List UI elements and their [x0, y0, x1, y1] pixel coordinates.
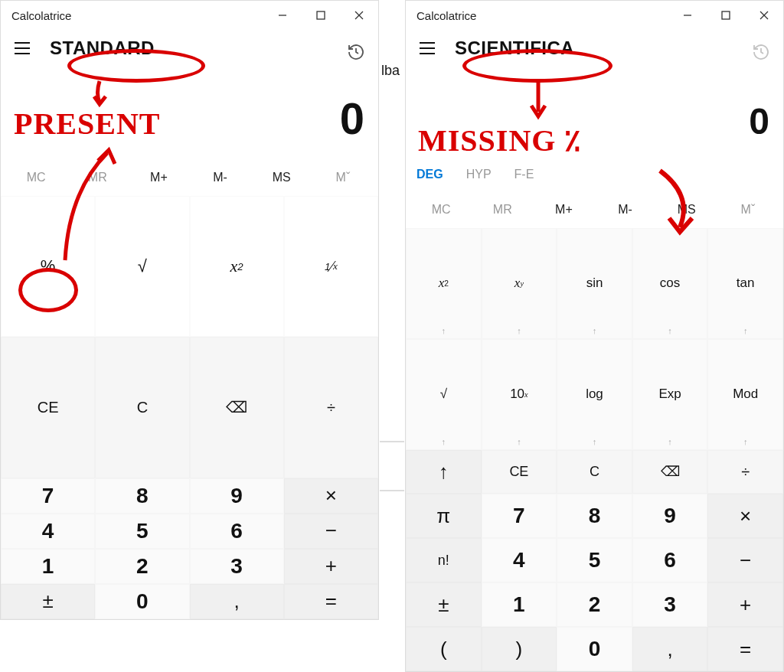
tenx-button[interactable]: 10x↑: [482, 339, 557, 450]
backspace-button[interactable]: ⌫: [632, 450, 708, 494]
maximize-button[interactable]: [707, 1, 745, 30]
digit-2[interactable]: 2: [95, 549, 189, 584]
digit-4[interactable]: 4: [1, 514, 95, 549]
xy-button[interactable]: xy↑: [482, 228, 557, 339]
window-title: Calcolatrice: [11, 9, 71, 22]
equals-button[interactable]: =: [284, 584, 378, 619]
menu-icon[interactable]: [416, 38, 438, 59]
maximize-button[interactable]: [302, 1, 340, 30]
mem-mlist[interactable]: Mˇ: [717, 203, 779, 217]
minus-button[interactable]: −: [284, 514, 378, 549]
deg-mode[interactable]: DEG: [416, 168, 443, 181]
backspace-button[interactable]: ⌫: [190, 337, 284, 478]
pi-button[interactable]: π: [406, 494, 482, 538]
plus-button[interactable]: +: [707, 582, 783, 627]
mem-ms[interactable]: MS: [251, 171, 312, 184]
x2-button[interactable]: x2↑: [406, 228, 482, 339]
c-button[interactable]: C: [95, 337, 189, 478]
equals-button[interactable]: =: [707, 627, 783, 671]
digit-1[interactable]: 1: [1, 549, 95, 584]
mem-mc[interactable]: MC: [5, 171, 67, 184]
func-row: % √ x2 1∕x: [1, 196, 378, 337]
rparen-button[interactable]: ): [482, 627, 557, 671]
sci-func-grid: x2↑ xy↑ sin↑ cos↑ tan↑ √↑ 10x↑ log↑ Exp↑…: [406, 228, 783, 450]
sqrt-button[interactable]: √: [95, 196, 189, 337]
mem-mplus[interactable]: M+: [128, 171, 189, 184]
mod-button[interactable]: Mod↑: [707, 339, 783, 450]
lparen-button[interactable]: (: [406, 627, 482, 671]
square-button[interactable]: x2: [190, 196, 284, 337]
shift-button[interactable]: ↑: [406, 450, 482, 494]
c-button[interactable]: C: [557, 450, 632, 494]
decimal-button[interactable]: ,: [190, 584, 284, 619]
percent-button[interactable]: %: [1, 196, 95, 337]
mem-mr[interactable]: MR: [472, 203, 533, 217]
display-value: 0: [1, 62, 378, 159]
window-controls: [263, 1, 378, 30]
mem-mminus[interactable]: M-: [595, 203, 656, 217]
digit-4[interactable]: 4: [482, 538, 557, 582]
reciprocal-button[interactable]: 1∕x: [284, 196, 378, 337]
digit-7[interactable]: 7: [1, 478, 95, 514]
ce-button[interactable]: CE: [1, 337, 95, 478]
digit-0[interactable]: 0: [95, 584, 189, 619]
window-controls: [668, 1, 783, 30]
memory-row: MC MR M+ M- MS Mˇ: [1, 159, 378, 196]
menu-icon[interactable]: [11, 38, 33, 59]
digit-8[interactable]: 8: [557, 494, 632, 538]
minus-button[interactable]: −: [707, 538, 783, 582]
close-button[interactable]: [340, 1, 378, 30]
edit-row: CE C ⌫ ÷: [1, 337, 378, 478]
close-button[interactable]: [745, 1, 783, 30]
mem-mr[interactable]: MR: [67, 171, 128, 184]
sqrt-button[interactable]: √↑: [406, 339, 482, 450]
multiply-button[interactable]: ×: [284, 478, 378, 514]
digit-5[interactable]: 5: [557, 538, 632, 582]
history-icon[interactable]: [345, 41, 368, 64]
digit-6[interactable]: 6: [190, 514, 284, 549]
cos-button[interactable]: cos↑: [632, 228, 708, 339]
header-row: STANDARD: [1, 30, 378, 62]
mem-mplus[interactable]: M+: [533, 203, 594, 217]
fe-mode[interactable]: F-E: [514, 168, 534, 181]
divide-button[interactable]: ÷: [284, 337, 378, 478]
digit-7[interactable]: 7: [482, 494, 557, 538]
sin-button[interactable]: sin↑: [557, 228, 632, 339]
tan-button[interactable]: tan↑: [707, 228, 783, 339]
minimize-button[interactable]: [263, 1, 302, 30]
hyp-mode[interactable]: HYP: [466, 168, 492, 181]
svg-rect-8: [722, 11, 730, 19]
digit-9[interactable]: 9: [190, 478, 284, 514]
digit-0[interactable]: 0: [557, 627, 632, 671]
digit-3[interactable]: 3: [632, 582, 708, 627]
digit-5[interactable]: 5: [95, 514, 189, 549]
digit-9[interactable]: 9: [632, 494, 708, 538]
digit-1[interactable]: 1: [482, 582, 557, 627]
fact-button[interactable]: n!: [406, 538, 482, 582]
decimal-button[interactable]: ,: [632, 627, 708, 671]
multiply-button[interactable]: ×: [707, 494, 783, 538]
mem-mc[interactable]: MC: [410, 203, 472, 217]
log-button[interactable]: log↑: [557, 339, 632, 450]
display-value: 0: [406, 62, 783, 158]
mem-mminus[interactable]: M-: [190, 171, 251, 184]
exp-button[interactable]: Exp↑: [632, 339, 708, 450]
minimize-button[interactable]: [668, 1, 707, 30]
mem-ms[interactable]: MS: [656, 203, 717, 217]
ce-button[interactable]: CE: [482, 450, 557, 494]
sign-button[interactable]: ±: [406, 582, 482, 627]
angle-mode-row: DEG HYP F-E: [406, 158, 783, 191]
digit-3[interactable]: 3: [190, 549, 284, 584]
digit-2[interactable]: 2: [557, 582, 632, 627]
sign-button[interactable]: ±: [1, 584, 95, 619]
divider: [380, 490, 404, 491]
mem-mlist[interactable]: Mˇ: [312, 171, 374, 184]
memory-row: MC MR M+ M- MS Mˇ: [406, 191, 783, 228]
divide-button[interactable]: ÷: [707, 450, 783, 494]
digit-6[interactable]: 6: [632, 538, 708, 582]
history-icon[interactable]: [750, 41, 773, 64]
digit-8[interactable]: 8: [95, 478, 189, 514]
divider: [380, 441, 404, 442]
mode-title: SCIENTIFICA: [455, 38, 574, 59]
plus-button[interactable]: +: [284, 549, 378, 584]
